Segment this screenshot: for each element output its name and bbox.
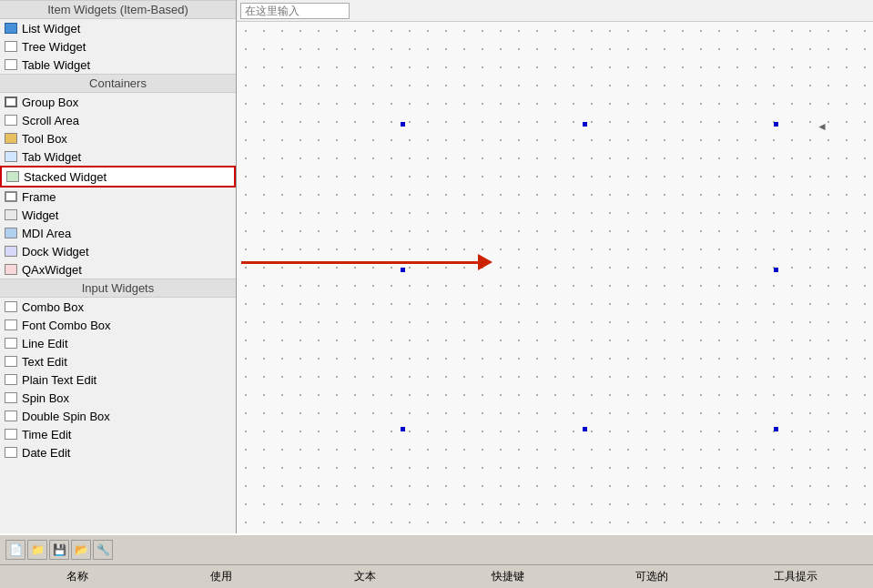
sidebar-item-date-edit[interactable]: Date Edit [0,443,236,461]
sidebar-label: List Widget [22,22,80,35]
sidebar-label: Double Spin Box [22,410,110,423]
sidebar-label: Spin Box [22,391,69,405]
icon-widget-icon [4,208,18,222]
sidebar-label: Frame [22,190,56,204]
sidebar-label: Line Edit [22,337,68,350]
sidebar-item-frame[interactable]: Frame [0,188,236,206]
bottom-column-可选的: 可选的 [580,567,724,586]
icon-table-icon [4,57,18,72]
sidebar-label: Plain Text Edit [22,373,96,387]
sidebar-item-widget[interactable]: Widget [0,206,236,224]
sidebar-item-text-edit[interactable]: Text Edit [0,352,236,370]
sidebar-section-header: Containers [0,74,236,93]
sidebar-item-spin-box[interactable]: Spin Box [0,389,236,407]
sidebar-item-tree-widget[interactable]: Tree Widget [0,37,236,56]
sidebar-item-double-spin-box[interactable]: Double Spin Box [0,407,236,425]
canvas-area: ◄ [237,0,873,533]
sidebar-item-qaxwidget[interactable]: QAxWidget [0,260,236,279]
sidebar-label: QAxWidget [22,263,82,277]
icon-fontcombo-icon [4,318,18,332]
icon-plaintextedit-icon [4,372,18,387]
sidebar-label: Scroll Area [22,114,79,127]
canvas-handle-dot [774,427,778,431]
sidebar-item-mdi-area[interactable]: MDI Area [0,224,236,242]
canvas-content[interactable]: ◄ [237,22,873,533]
icon-list-icon [4,21,18,35]
bottom-column-快捷键: 快捷键 [436,567,580,586]
sidebar-item-stacked-widget[interactable]: Stacked Widget [0,166,236,188]
sidebar-label: Widget [22,208,58,222]
sidebar-label: Group Box [22,96,78,109]
sidebar-section-header: Input Widgets [0,279,236,298]
sidebar-label: Text Edit [22,355,67,369]
icon-dockwidget-icon [4,244,18,259]
sidebar-item-scroll-area[interactable]: Scroll Area [0,111,236,129]
sidebar-label: Font Combo Box [22,319,111,332]
sidebar-item-line-edit[interactable]: Line Edit [0,334,236,352]
sidebar-label: MDI Area [22,227,71,240]
sidebar-label: Date Edit [22,446,70,460]
icon-mdiarea-icon [4,226,18,240]
arrow-head [478,254,492,270]
sidebar-item-plain-text-edit[interactable]: Plain Text Edit [0,370,236,389]
toolbar-icon-save2[interactable]: 📂 [71,540,91,560]
icon-frame-icon [4,189,18,204]
toolbar-icon-open[interactable]: 📁 [27,540,47,560]
canvas-arrow-indicator: ◄ [817,120,827,133]
sidebar-item-tool-box[interactable]: Tool Box [0,129,236,147]
icon-groupbox-icon [4,95,18,109]
toolbar-icon-new[interactable]: 📄 [5,540,25,560]
toolbar-icon-settings[interactable]: 🔧 [93,540,113,560]
icon-combobox-icon [4,299,18,314]
sidebar-label: Stacked Widget [24,170,107,184]
bottom-columns: 名称使用文本快捷键可选的工具提示 [0,564,873,588]
icon-doublespinbox-icon [4,409,18,423]
canvas-handle-dot [583,427,587,431]
bottom-toolbar: 📄 📁 💾 📂 🔧 名称使用文本快捷键可选的工具提示 [0,533,873,588]
sidebar-item-font-combo-box[interactable]: Font Combo Box [0,316,236,334]
canvas-handle-dot [774,122,778,127]
canvas-handle-dot [583,122,587,127]
sidebar-section-header: Item Widgets (Item-Based) [0,0,236,19]
sidebar-item-list-widget[interactable]: List Widget [0,19,236,37]
sidebar-item-combo-box[interactable]: Combo Box [0,298,236,316]
sidebar-item-dock-widget[interactable]: Dock Widget [0,242,236,260]
bottom-column-名称: 名称 [5,567,149,586]
icon-tabwidget-icon [4,149,18,164]
bottom-column-使用: 使用 [149,567,293,586]
canvas-handle-dot [401,122,405,127]
icon-textedit-icon [4,354,18,369]
sidebar-label: Combo Box [22,300,84,314]
bottom-column-工具提示: 工具提示 [724,567,868,586]
main-container: Item Widgets (Item-Based)List WidgetTree… [0,0,873,588]
sidebar-label: Time Edit [22,428,71,441]
toolbar-icon-save[interactable]: 💾 [49,540,69,560]
sidebar-item-table-widget[interactable]: Table Widget [0,56,236,74]
toolbar-icons-row: 📄 📁 💾 📂 🔧 [0,535,873,564]
sidebar: Item Widgets (Item-Based)List WidgetTree… [0,0,237,533]
icon-toolbox-icon [4,131,18,146]
icon-dateedit-icon [4,445,18,460]
icon-qaxwidget-icon [4,262,18,277]
icon-spinbox-icon [4,390,18,405]
icon-timeedit-icon [4,427,18,441]
canvas-top-bar [237,0,873,22]
canvas-handle-dot [401,268,405,272]
sidebar-label: Tree Widget [22,40,86,54]
sidebar-label: Tab Widget [22,150,81,164]
icon-lineedit-icon [4,336,18,350]
sidebar-label: Table Widget [22,58,90,72]
content-area: Item Widgets (Item-Based)List WidgetTree… [0,0,873,533]
icon-stacked-icon [5,169,20,184]
sidebar-item-group-box[interactable]: Group Box [0,93,236,111]
icon-scrollarea-icon [4,113,18,127]
canvas-input[interactable] [240,3,350,19]
sidebar-item-time-edit[interactable]: Time Edit [0,425,236,443]
bottom-column-文本: 文本 [293,567,437,586]
canvas-handle-dot [774,268,778,272]
sidebar-item-tab-widget[interactable]: Tab Widget [0,147,236,166]
sidebar-label: Dock Widget [22,245,89,259]
arrow-line [241,261,478,264]
sidebar-label: Tool Box [22,132,67,146]
icon-tree-icon [4,39,18,54]
